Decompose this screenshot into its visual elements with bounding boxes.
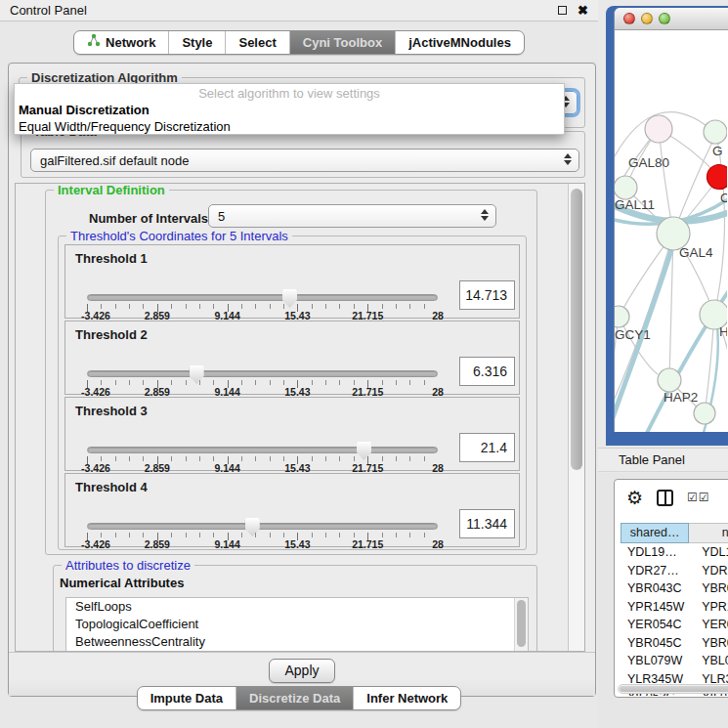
network-node[interactable] xyxy=(707,165,728,190)
table-header-row: shared… na xyxy=(621,523,728,543)
table-data-group: Table Data galFiltered.sif default node xyxy=(21,131,585,178)
node-table: shared… na YDL19…YDL1YDR27…YDR2YBR043CYB… xyxy=(621,523,728,696)
column-header-shared-name[interactable]: shared… xyxy=(621,523,689,543)
cell-shared-name: YDR27… xyxy=(621,562,689,580)
popup-item[interactable]: Equal Width/Frequency Discretization xyxy=(15,118,564,135)
cell-shared-name: YBR045C xyxy=(621,634,689,653)
threshold-slider[interactable]: -3.4262.8599.14415.4321.71528 xyxy=(87,288,438,318)
cell-shared-name: YBL079W xyxy=(621,652,689,670)
network-view-window: GAL80GCGAL11GAL4GCY1HHAP2 xyxy=(606,6,728,446)
list-item[interactable]: TopologicalCoefficient xyxy=(66,616,528,633)
threshold-value-field[interactable]: 11.344 xyxy=(459,509,515,538)
table-horizontal-scrollbar[interactable] xyxy=(618,684,728,694)
table-row[interactable]: YER054CYER0 xyxy=(621,616,728,634)
split-columns-icon[interactable] xyxy=(657,490,673,506)
threshold-box-2: Threshold 2-3.4262.8599.14415.4321.71528… xyxy=(64,321,520,395)
cell-name: YBR0 xyxy=(689,634,728,653)
network-node-label: GAL11 xyxy=(615,197,655,212)
cell-name: YBL0 xyxy=(689,652,728,670)
algorithm-dropdown-popup: Select algorithm to view settings Manual… xyxy=(14,83,565,135)
threshold-label: Threshold 1 xyxy=(75,251,148,266)
gear-icon[interactable]: ⚙ xyxy=(626,489,643,507)
bottom-tab-impute-data[interactable]: Impute Data xyxy=(138,687,236,709)
thresholds-group: Threshold's Coordinates for 5 Intervals … xyxy=(58,236,527,550)
list-item[interactable]: BetweennessCentrality xyxy=(66,633,528,651)
panel-title: Control Panel xyxy=(10,3,87,18)
numerical-attributes-label: Numerical Attributes xyxy=(60,576,184,590)
group-title: Threshold's Coordinates for 5 Intervals xyxy=(66,229,292,243)
bottom-tab-discretize-data[interactable]: Discretize Data xyxy=(236,687,353,709)
node-table-panel: ⚙ ☑☑ shared… na YDL19…YDL1YDR27…YDR2YBR0… xyxy=(614,479,728,698)
cell-shared-name: YDL19… xyxy=(621,543,689,562)
cell-shared-name: YBR043C xyxy=(621,579,689,598)
network-node-label: G xyxy=(712,144,723,158)
control-panel-titlebar: Control Panel ✖ xyxy=(0,0,598,21)
table-row[interactable]: YDL19…YDL1 xyxy=(621,543,728,562)
tab-style[interactable]: Style xyxy=(168,31,225,54)
table-row[interactable]: YPR145WYPR1 xyxy=(621,598,728,617)
number-of-intervals-combobox[interactable]: 5 xyxy=(208,204,496,228)
network-window-titlebar[interactable] xyxy=(615,8,728,30)
slider-tick-labels: -3.4262.8599.14415.4321.71528 xyxy=(87,538,438,550)
slider-track[interactable] xyxy=(87,370,438,377)
table-row[interactable]: YDR27…YDR2 xyxy=(621,562,728,580)
tab-jactivemnodules[interactable]: jActiveMNodules xyxy=(395,31,524,54)
tick-label: 15.43 xyxy=(284,538,310,550)
threshold-slider[interactable]: -3.4262.8599.14415.4321.71528 xyxy=(87,517,438,546)
float-window-icon[interactable] xyxy=(558,6,567,15)
slider-track[interactable] xyxy=(87,294,438,301)
tab-cyni-toolbox[interactable]: Cyni Toolbox xyxy=(289,31,395,54)
threshold-value-field[interactable]: 14.713 xyxy=(459,280,515,310)
popup-placeholder: Select algorithm to view settings xyxy=(15,86,564,102)
tab-network[interactable]: Network xyxy=(74,31,168,54)
numerical-attributes-list[interactable]: SelfLoopsTopologicalCoefficientBetweenne… xyxy=(65,597,529,652)
network-node[interactable] xyxy=(694,403,715,424)
cell-name: YPR1 xyxy=(689,598,728,617)
table-data-combobox[interactable]: galFiltered.sif default node xyxy=(30,149,579,172)
network-canvas[interactable]: GAL80GCGAL11GAL4GCY1HHAP2 xyxy=(615,30,728,432)
slider-track[interactable] xyxy=(87,447,438,453)
attributes-to-discretize-group: Attributes to discretize Numerical Attri… xyxy=(53,565,537,652)
tick-label: 21.715 xyxy=(352,538,383,550)
tab-select[interactable]: Select xyxy=(225,31,288,54)
column-header-name[interactable]: na xyxy=(689,523,728,543)
table-row[interactable]: YBL079WYBL0 xyxy=(621,652,728,670)
apply-button[interactable]: Apply xyxy=(269,659,335,683)
threshold-value-field[interactable]: 21.4 xyxy=(459,433,515,462)
network-node[interactable] xyxy=(658,368,681,392)
close-traffic-light-icon[interactable] xyxy=(623,13,635,24)
threshold-box-1: Threshold 1-3.4262.8599.14415.4321.71528… xyxy=(64,244,520,319)
close-icon[interactable]: ✖ xyxy=(578,6,588,16)
popup-item[interactable]: Manual Discretization xyxy=(15,102,564,118)
list-item[interactable]: SelfLoops xyxy=(66,598,528,616)
panel-vertical-scrollbar[interactable] xyxy=(568,184,584,651)
table-data-selected-value: galFiltered.sif default node xyxy=(40,153,189,168)
threshold-slider[interactable]: -3.4262.8599.14415.4321.71528 xyxy=(87,364,438,394)
minimize-traffic-light-icon[interactable] xyxy=(641,13,653,24)
threshold-box-4: Threshold 4-3.4262.8599.14415.4321.71528… xyxy=(64,473,520,547)
zoom-traffic-light-icon[interactable] xyxy=(659,13,670,24)
tick-label: 2.859 xyxy=(145,538,170,550)
network-node[interactable] xyxy=(645,115,672,143)
cell-name: YBR0 xyxy=(689,579,728,598)
cyni-toolbox-pane: Discretization Algorithm Table Data galF… xyxy=(8,63,596,697)
threshold-value-field[interactable]: 6.316 xyxy=(459,357,515,386)
network-node[interactable] xyxy=(704,120,727,144)
tick-label: 9.144 xyxy=(214,538,239,550)
network-node[interactable] xyxy=(615,176,637,199)
combo-arrows-icon xyxy=(564,153,572,165)
threshold-box-3: Threshold 3-3.4262.8599.14415.4321.71528… xyxy=(64,397,520,471)
network-node[interactable] xyxy=(615,306,629,327)
threshold-slider[interactable]: -3.4262.8599.14415.4321.71528 xyxy=(87,441,438,470)
network-edge[interactable] xyxy=(714,134,725,315)
table-row[interactable]: YBR043CYBR0 xyxy=(621,579,728,598)
bottom-tab-infer-network[interactable]: Infer Network xyxy=(353,687,460,709)
table-row[interactable]: YBR045CYBR0 xyxy=(621,634,728,653)
tick-label: -3.426 xyxy=(81,538,110,550)
bottom-tab-bar: Impute DataDiscretize DataInfer Network xyxy=(0,686,598,710)
threshold-label: Threshold 4 xyxy=(75,480,148,494)
group-title: Attributes to discretize xyxy=(62,558,194,573)
attributes-list-scrollbar[interactable] xyxy=(514,598,528,652)
select-columns-checkboxes-icon[interactable]: ☑☑ xyxy=(687,491,710,504)
slider-track[interactable] xyxy=(87,523,438,530)
